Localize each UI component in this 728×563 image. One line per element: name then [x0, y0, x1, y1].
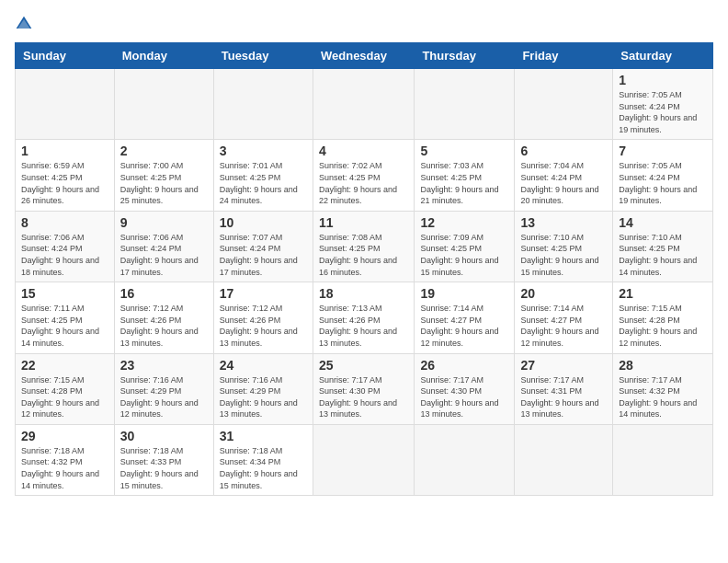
day-of-week-wednesday: Wednesday [313, 43, 414, 69]
day-info: Sunrise: 7:13 AMSunset: 4:26 PMDaylight:… [319, 304, 397, 348]
day-info: Sunrise: 7:16 AMSunset: 4:29 PMDaylight:… [120, 375, 199, 419]
calendar-cell [16, 69, 115, 140]
day-number: 28 [619, 358, 707, 373]
calendar-body: 1Sunrise: 7:05 AMSunset: 4:24 PMDaylight… [16, 69, 713, 496]
calendar-cell [415, 424, 515, 495]
day-number: 6 [520, 144, 607, 158]
calendar-cell: 30Sunrise: 7:18 AMSunset: 4:33 PMDayligh… [114, 424, 213, 495]
day-info: Sunrise: 7:15 AMSunset: 4:28 PMDaylight:… [21, 375, 99, 419]
day-number: 2 [120, 144, 208, 158]
day-info: Sunrise: 7:04 AMSunset: 4:24 PMDaylight:… [520, 161, 598, 205]
calendar-cell: 26Sunrise: 7:17 AMSunset: 4:30 PMDayligh… [415, 353, 515, 424]
day-info: Sunrise: 7:06 AMSunset: 4:24 PMDaylight:… [120, 233, 199, 277]
day-number: 15 [21, 286, 108, 301]
day-number: 20 [520, 286, 607, 301]
day-info: Sunrise: 7:17 AMSunset: 4:30 PMDaylight:… [420, 375, 498, 419]
calendar-cell: 19Sunrise: 7:14 AMSunset: 4:27 PMDayligh… [415, 282, 515, 353]
calendar-cell: 8Sunrise: 7:06 AMSunset: 4:24 PMDaylight… [16, 211, 115, 282]
calendar-cell [313, 69, 414, 140]
day-number: 22 [21, 358, 108, 373]
calendar-cell: 29Sunrise: 7:18 AMSunset: 4:32 PMDayligh… [16, 424, 115, 495]
calendar-cell: 4Sunrise: 7:02 AMSunset: 4:25 PMDaylight… [313, 140, 414, 211]
day-number: 7 [619, 144, 707, 158]
day-of-week-friday: Friday [515, 43, 613, 69]
calendar-cell: 20Sunrise: 7:14 AMSunset: 4:27 PMDayligh… [515, 282, 613, 353]
day-number: 21 [619, 286, 707, 301]
day-number: 5 [420, 144, 508, 158]
calendar-week-1: 1Sunrise: 7:05 AMSunset: 4:24 PMDaylight… [16, 69, 713, 140]
calendar-cell: 24Sunrise: 7:16 AMSunset: 4:29 PMDayligh… [213, 353, 313, 424]
calendar-cell [515, 69, 613, 140]
day-info: Sunrise: 7:01 AMSunset: 4:25 PMDaylight:… [220, 161, 298, 205]
day-number: 3 [220, 144, 307, 158]
day-of-week-saturday: Saturday [613, 43, 713, 69]
calendar-week-3: 8Sunrise: 7:06 AMSunset: 4:24 PMDaylight… [16, 211, 713, 282]
calendar-cell: 5Sunrise: 7:03 AMSunset: 4:25 PMDaylight… [415, 140, 515, 211]
calendar-week-5: 22Sunrise: 7:15 AMSunset: 4:28 PMDayligh… [16, 353, 713, 424]
calendar-cell: 18Sunrise: 7:13 AMSunset: 4:26 PMDayligh… [313, 282, 414, 353]
calendar-cell: 9Sunrise: 7:06 AMSunset: 4:24 PMDaylight… [114, 211, 213, 282]
calendar-table: SundayMondayTuesdayWednesdayThursdayFrid… [15, 42, 713, 496]
day-number: 11 [319, 215, 408, 230]
day-number: 1 [619, 73, 707, 87]
day-info: Sunrise: 7:17 AMSunset: 4:30 PMDaylight:… [319, 375, 397, 419]
calendar-cell: 25Sunrise: 7:17 AMSunset: 4:30 PMDayligh… [313, 353, 414, 424]
calendar-cell: 15Sunrise: 7:11 AMSunset: 4:25 PMDayligh… [16, 282, 115, 353]
day-number: 25 [319, 358, 408, 373]
calendar-container: SundayMondayTuesdayWednesdayThursdayFrid… [0, 0, 728, 503]
calendar-cell: 1Sunrise: 7:05 AMSunset: 4:24 PMDaylight… [613, 69, 713, 140]
calendar-cell: 10Sunrise: 7:07 AMSunset: 4:24 PMDayligh… [213, 211, 313, 282]
calendar-cell: 16Sunrise: 7:12 AMSunset: 4:26 PMDayligh… [114, 282, 213, 353]
day-info: Sunrise: 7:05 AMSunset: 4:24 PMDaylight:… [619, 90, 697, 134]
calendar-cell [213, 69, 313, 140]
day-number: 10 [220, 215, 307, 230]
day-info: Sunrise: 7:17 AMSunset: 4:32 PMDaylight:… [619, 375, 697, 419]
day-info: Sunrise: 7:10 AMSunset: 4:25 PMDaylight:… [619, 233, 697, 277]
day-number: 17 [220, 286, 307, 301]
day-info: Sunrise: 7:02 AMSunset: 4:25 PMDaylight:… [319, 161, 397, 205]
calendar-cell: 17Sunrise: 7:12 AMSunset: 4:26 PMDayligh… [213, 282, 313, 353]
day-number: 27 [520, 358, 607, 373]
day-info: Sunrise: 7:11 AMSunset: 4:25 PMDaylight:… [21, 304, 99, 348]
day-number: 9 [120, 215, 208, 230]
day-info: Sunrise: 7:12 AMSunset: 4:26 PMDaylight:… [120, 304, 199, 348]
day-info: Sunrise: 7:18 AMSunset: 4:32 PMDaylight:… [21, 446, 99, 490]
day-number: 23 [120, 358, 208, 373]
calendar-cell: 31Sunrise: 7:18 AMSunset: 4:34 PMDayligh… [213, 424, 313, 495]
calendar-cell [613, 424, 713, 495]
calendar-cell: 2Sunrise: 7:00 AMSunset: 4:25 PMDaylight… [114, 140, 213, 211]
calendar-cell: 11Sunrise: 7:08 AMSunset: 4:25 PMDayligh… [313, 211, 414, 282]
calendar-cell: 27Sunrise: 7:17 AMSunset: 4:31 PMDayligh… [515, 353, 613, 424]
day-info: Sunrise: 7:15 AMSunset: 4:28 PMDaylight:… [619, 304, 697, 348]
day-of-week-thursday: Thursday [415, 43, 515, 69]
day-number: 16 [120, 286, 208, 301]
calendar-cell: 22Sunrise: 7:15 AMSunset: 4:28 PMDayligh… [16, 353, 115, 424]
day-info: Sunrise: 7:08 AMSunset: 4:25 PMDaylight:… [319, 233, 397, 277]
day-number: 24 [220, 358, 307, 373]
calendar-week-6: 29Sunrise: 7:18 AMSunset: 4:32 PMDayligh… [16, 424, 713, 495]
calendar-cell [515, 424, 613, 495]
day-number: 31 [220, 429, 307, 443]
day-of-week-sunday: Sunday [16, 43, 115, 69]
day-info: Sunrise: 7:03 AMSunset: 4:25 PMDaylight:… [420, 161, 498, 205]
calendar-cell [114, 69, 213, 140]
logo-icon [15, 15, 33, 33]
day-info: Sunrise: 7:12 AMSunset: 4:26 PMDaylight:… [220, 304, 298, 348]
calendar-cell: 23Sunrise: 7:16 AMSunset: 4:29 PMDayligh… [114, 353, 213, 424]
day-number: 8 [21, 215, 108, 230]
header [15, 15, 713, 33]
day-number: 18 [319, 286, 408, 301]
calendar-cell: 1Sunrise: 6:59 AMSunset: 4:25 PMDaylight… [16, 140, 115, 211]
day-info: Sunrise: 7:09 AMSunset: 4:25 PMDaylight:… [420, 233, 498, 277]
day-number: 26 [420, 358, 508, 373]
calendar-cell: 14Sunrise: 7:10 AMSunset: 4:25 PMDayligh… [613, 211, 713, 282]
calendar-cell: 12Sunrise: 7:09 AMSunset: 4:25 PMDayligh… [415, 211, 515, 282]
day-info: Sunrise: 7:05 AMSunset: 4:24 PMDaylight:… [619, 161, 697, 205]
logo [15, 15, 37, 33]
calendar-cell [415, 69, 515, 140]
calendar-cell: 13Sunrise: 7:10 AMSunset: 4:25 PMDayligh… [515, 211, 613, 282]
calendar-cell [313, 424, 414, 495]
calendar-week-2: 1Sunrise: 6:59 AMSunset: 4:25 PMDaylight… [16, 140, 713, 211]
day-info: Sunrise: 7:16 AMSunset: 4:29 PMDaylight:… [220, 375, 298, 419]
day-number: 29 [21, 429, 108, 443]
